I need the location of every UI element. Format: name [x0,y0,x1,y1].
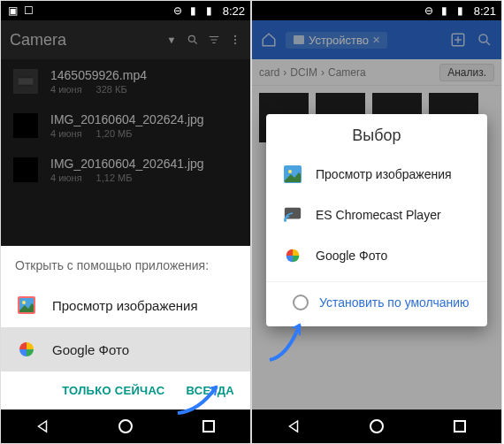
chooser-title: Открыть с помощью приложения: [1,246,250,283]
file-name: IMG_20160604_202641.jpg [50,157,238,171]
gallery-icon [282,164,303,185]
back-button[interactable] [284,417,303,436]
search-icon[interactable] [187,34,199,46]
svg-point-18 [288,170,292,173]
file-size: 328 КБ [96,84,127,95]
file-name: IMG_20160604_202624.jpg [50,112,238,126]
sort-icon[interactable] [208,34,220,46]
clock: 8:21 [474,4,496,18]
annotation-arrow [263,312,325,364]
chooser-option-google-photos[interactable]: Google Фото [1,327,250,371]
svg-rect-12 [203,421,214,432]
dialog-option-chromecast[interactable]: ES Chromecast Player [266,195,487,235]
dnd-icon: ⊖ [172,4,184,17]
svg-point-2 [234,35,236,37]
radio-icon[interactable] [293,295,309,310]
svg-rect-6 [19,76,34,78]
chooser-option-label: Просмотр изображения [52,298,198,313]
nav-bar [252,410,501,443]
signal-icon: ▮ [187,4,200,17]
back-button[interactable] [33,417,52,436]
svg-point-4 [234,42,236,44]
clock: 8:22 [223,4,245,18]
home-button[interactable] [116,417,135,436]
open-with-dialog: Выбор Просмотр изображения ES Chromecast… [266,114,487,326]
dialog-option-gallery[interactable]: Просмотр изображения [266,154,487,195]
gallery-icon [15,294,38,317]
svg-point-3 [234,39,236,41]
google-photos-icon [15,338,38,361]
toolbar: Camera ▼ [1,20,250,59]
dialog-option-label: ES Chromecast Player [316,208,441,222]
set-default-label: Установить по умолчанию [319,295,470,310]
recents-button[interactable] [450,417,470,436]
chooser-option-gallery[interactable]: Просмотр изображения [1,283,250,327]
status-bar: ⊖ ▮ ▮ 8:21 [252,1,501,20]
home-button[interactable] [367,417,386,436]
file-size: 1,12 МБ [96,172,133,183]
svg-point-20 [284,219,286,222]
video-thumb-icon [13,69,38,94]
file-date: 4 июня [50,128,82,139]
chooser-option-label: Google Фото [52,342,129,357]
recents-button[interactable] [199,417,218,436]
list-item[interactable]: 1465059926.mp4 4 июня328 КБ [1,59,250,103]
svg-point-0 [188,35,195,42]
image-icon: ▣ [6,4,19,17]
dropdown-icon[interactable]: ▼ [165,34,178,46]
google-photos-icon [282,245,303,266]
overflow-icon[interactable] [229,34,241,46]
file-date: 4 июня [50,84,82,95]
dialog-option-google-photos[interactable]: Google Фото [266,235,487,276]
svg-rect-22 [454,421,465,432]
dialog-option-label: Просмотр изображения [316,167,452,181]
just-once-button[interactable]: ТОЛЬКО СЕЙЧАС [62,384,164,397]
file-size: 1,20 МБ [96,128,133,139]
svg-point-10 [22,301,26,304]
svg-line-1 [195,42,197,44]
dnd-icon: ⊖ [423,4,435,17]
image-thumb-icon [13,157,38,182]
image-thumb-icon [13,113,38,138]
status-bar: ▣ ☐ ⊖ ▮ ▮ 8:22 [1,1,250,20]
annotation-arrow [172,374,234,417]
file-name: 1465059926.mp4 [50,68,238,82]
battery-icon: ▮ [454,4,467,17]
chromecast-icon [282,204,303,226]
svg-point-21 [370,420,383,433]
list-item[interactable]: IMG_20160604_202624.jpg 4 июня1,20 МБ [1,103,250,148]
file-date: 4 июня [50,172,82,183]
battery-icon: ▮ [203,4,216,17]
svg-rect-7 [19,85,34,87]
list-item[interactable]: IMG_20160604_202641.jpg 4 июня1,12 МБ [1,148,250,192]
screenshot-icon: ☐ [22,4,34,17]
toolbar-title: Camera [10,31,157,50]
svg-point-11 [119,420,132,433]
dialog-title: Выбор [266,114,487,154]
signal-icon: ▮ [439,4,451,17]
dialog-option-label: Google Фото [316,249,387,263]
